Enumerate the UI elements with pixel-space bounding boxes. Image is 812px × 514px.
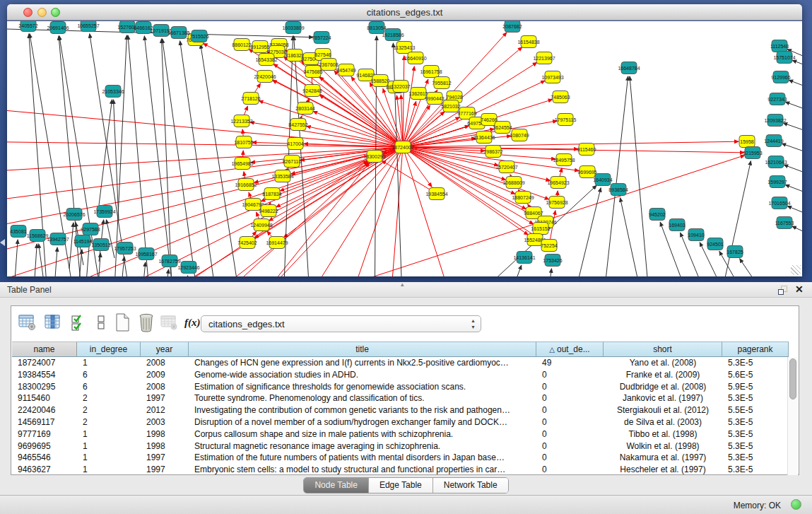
graph-node[interactable]: 8267110 — [283, 156, 302, 168]
graph-node[interactable]: 1145194 — [73, 235, 93, 247]
table-cell[interactable]: 1998 — [141, 440, 189, 452]
tab-edge-table[interactable]: Edge Table — [369, 478, 433, 493]
graph-node[interactable]: 9297588 — [81, 223, 100, 235]
graph-node[interactable]: 9129966 — [771, 71, 790, 83]
table-options-button[interactable] — [17, 313, 38, 334]
table-cell[interactable]: 1997 — [141, 464, 189, 476]
graph-node[interactable]: 10958167 — [135, 248, 157, 260]
table-vertical-scrollbar[interactable] — [787, 357, 798, 475]
table-cell[interactable]: 1 — [77, 464, 141, 476]
table-cell[interactable]: 5.3E-5 — [722, 357, 789, 369]
graph-node[interactable]: 945202 — [649, 209, 665, 221]
table-cell[interactable]: Estimation of significance thresholds fo… — [189, 381, 536, 393]
table-cell[interactable]: Nakamura et al. (1997) — [604, 452, 722, 464]
graph-node[interactable]: 16543382 — [255, 54, 277, 66]
graph-node[interactable]: 20206576 — [63, 209, 85, 221]
table-row[interactable]: 2242004622012Investigating the contribut… — [12, 404, 789, 416]
graph-node[interactable]: 2405572 — [18, 21, 37, 32]
new-column-button[interactable] — [112, 313, 133, 334]
table-cell[interactable]: 0 — [536, 428, 604, 440]
graph-node[interactable]: 7515526 — [189, 30, 208, 42]
graph-node[interactable]: 2087682 — [502, 21, 522, 33]
graph-node[interactable]: 16640910 — [404, 52, 426, 64]
table-cell[interactable]: Embryonic stem cells: a model to study s… — [189, 464, 536, 476]
graph-node[interactable]: 3215953 — [743, 147, 762, 159]
graph-node[interactable]: 19218586 — [382, 29, 404, 41]
graph-node[interactable]: 11325413 — [394, 42, 416, 54]
table-cell[interactable]: 2003 — [141, 416, 189, 428]
graph-node[interactable]: 12213967 — [533, 52, 555, 64]
graph-node[interactable]: 3624554 — [493, 122, 512, 134]
graph-node[interactable]: 12093822 — [764, 115, 786, 127]
tab-network-table[interactable]: Network Table — [433, 478, 508, 493]
table-cell[interactable]: 5.3E-5 — [722, 416, 789, 428]
table-cell[interactable]: 5.3E-5 — [722, 392, 789, 404]
table-cell[interactable]: Yano et al. (2008) — [604, 357, 722, 369]
tab-node-table[interactable]: Node Table — [304, 478, 369, 493]
table-cell[interactable]: 14569117 — [12, 416, 77, 428]
graph-node[interactable]: 8454749 — [336, 64, 355, 76]
graph-node[interactable]: 8187834 — [262, 188, 281, 200]
graph-node[interactable]: 16961758 — [420, 66, 442, 78]
table-cell[interactable]: 2009 — [141, 369, 189, 381]
table-cell[interactable]: 6 — [77, 381, 141, 393]
column-header-short[interactable]: short — [604, 341, 722, 357]
panel-collapse-arrow-icon[interactable] — [0, 239, 5, 246]
table-cell[interactable]: 9463627 — [12, 464, 77, 476]
graph-node[interactable]: 19654985 — [231, 158, 253, 170]
splitpane-handle-icon[interactable]: ▴ — [401, 281, 404, 288]
graph-node[interactable]: 16154838 — [517, 36, 539, 48]
table-cell[interactable]: Tibbo et al. (1998) — [604, 428, 722, 440]
graph-node[interactable]: 18495758 — [553, 154, 575, 166]
graph-node[interactable]: 7857224 — [312, 32, 331, 44]
column-header-year[interactable]: year — [141, 341, 189, 357]
graph-node[interactable]: 12213353 — [230, 115, 252, 127]
graph-node[interactable]: 7986372 — [483, 146, 502, 158]
graph-node[interactable]: 12923446 — [177, 262, 199, 274]
table-cell[interactable]: 1997 — [141, 452, 189, 464]
table-cell[interactable]: 9699695 — [12, 440, 77, 452]
graph-node[interactable]: 435081 — [10, 226, 26, 238]
graph-node[interactable]: 1350513 — [91, 239, 110, 251]
network-graph[interactable]: 1872400788601228912955822605882750388186… — [7, 21, 802, 276]
memory-status-indicator[interactable] — [791, 499, 801, 510]
table-cell[interactable]: Changes of HCN gene expression and I(f) … — [189, 357, 536, 369]
graph-node[interactable]: 109410 — [688, 229, 704, 241]
graph-node[interactable]: 14136141 — [513, 252, 535, 264]
table-row[interactable]: 946362711997Embryonic stem cells: a mode… — [12, 464, 789, 476]
graph-node[interactable]: 17016504 — [768, 197, 790, 209]
graph-node[interactable]: 19384554 — [425, 188, 447, 200]
column-header-title[interactable]: title — [189, 341, 536, 357]
table-row[interactable]: 977716911998Corpus callosum shape and si… — [12, 428, 789, 440]
graph-node[interactable]: 10655257 — [77, 21, 99, 32]
table-cell[interactable]: 6 — [77, 369, 141, 381]
graph-node[interactable]: 19166852 — [235, 179, 257, 191]
graph-node[interactable]: 1322037 — [391, 81, 410, 93]
delete-table-button[interactable] — [159, 313, 180, 334]
graph-node[interactable]: 7485063 — [551, 91, 570, 103]
float-panel-icon[interactable] — [778, 286, 787, 295]
delete-column-button[interactable] — [136, 313, 157, 334]
table-row[interactable]: 969969511998Structural magnetic resonanc… — [12, 440, 789, 452]
column-header-in_degree[interactable]: in_degree — [77, 341, 141, 357]
graph-node[interactable]: 9699695 — [577, 166, 596, 178]
graph-node[interactable]: 16033809 — [282, 22, 304, 34]
table-cell[interactable]: 9777169 — [12, 428, 77, 440]
table-cell[interactable]: 5.6E-5 — [722, 369, 789, 381]
graph-node[interactable]: 7955812 — [432, 77, 451, 89]
table-cell[interactable]: 1 — [77, 440, 141, 452]
column-header-pagerank[interactable]: pagerank — [722, 341, 789, 357]
graph-node[interactable]: 16648784 — [618, 62, 640, 74]
graph-node[interactable]: 16914479 — [266, 237, 288, 249]
table-cell[interactable]: 2012 — [141, 404, 189, 416]
table-cell[interactable]: 0 — [536, 392, 604, 404]
graph-node[interactable]: 1640934 — [593, 174, 612, 186]
graph-node[interactable]: 17975115 — [555, 114, 577, 126]
resize-grip-icon[interactable] — [791, 265, 801, 275]
graph-node[interactable]: 11568629 — [27, 230, 49, 242]
graph-node[interactable]: 752254 — [541, 240, 557, 252]
graph-node[interactable]: 1615152 — [531, 223, 550, 235]
table-cell[interactable]: Dudbridge et al. (2008) — [604, 381, 722, 393]
table-cell[interactable]: Franke et al. (2009) — [604, 369, 722, 381]
table-cell[interactable]: Genome-wide association studies in ADHD. — [189, 369, 536, 381]
